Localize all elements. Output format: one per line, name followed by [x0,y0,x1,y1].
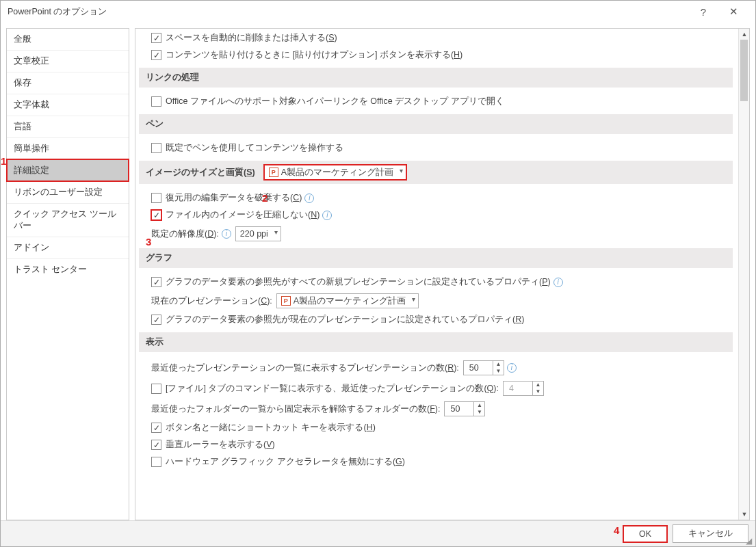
checkbox-file-tab-recent[interactable] [151,384,161,394]
section-pen: ペン [139,114,733,134]
scroll-up-icon[interactable]: ▲ [739,29,750,40]
dialog-footer: OK キャンセル [1,520,755,546]
checkbox-auto-space[interactable] [151,33,161,43]
resolution-dropdown[interactable]: 220 ppi [235,226,281,241]
scroll-down-icon[interactable]: ▼ [739,509,750,520]
pen-default-label: 既定でペンを使用してコンテンツを操作する [166,142,343,154]
current-presentation-dropdown[interactable]: A製品のマーケティング計画 [276,293,419,308]
default-resolution-label: 既定の解像度(D): [151,228,219,240]
info-icon[interactable] [304,194,314,203]
content-panel: スペースを自動的に削除または挿入する(S) コンテンツを貼り付けるときに [貼り… [135,28,750,520]
sidebar-item-language[interactable]: 言語 [7,116,129,137]
recent-folders-label: 最近使ったフォルダーの一覧から固定表示を解除するフォルダーの数(F): [151,403,440,415]
info-icon[interactable] [322,211,332,220]
image-target-dropdown[interactable]: A製品のマーケティング計画 [264,165,406,180]
sidebar-item-advanced[interactable]: 詳細設定 [7,159,129,181]
chart-prop-cur-label: グラフのデータ要素の参照先が現在のプレゼンテーションに設定されているプロパティ(… [166,314,524,325]
powerpoint-file-icon [269,168,278,177]
section-chart: グラフ [139,248,733,268]
no-compress-label: ファイル内のイメージを圧縮しない(N) [166,209,320,221]
checkbox-no-compress[interactable] [151,210,161,220]
window-title: PowerPoint のオプション [8,6,688,18]
sidebar-item-save[interactable]: 保存 [7,72,129,94]
checkbox-chart-prop-all[interactable] [151,277,161,287]
sidebar-item-typography[interactable]: 文字体裁 [7,94,129,116]
vertical-scrollbar[interactable]: ▲ ▼ [738,29,749,520]
checkbox-disable-hw[interactable] [151,457,161,467]
sidebar-item-addins[interactable]: アドイン [7,237,129,258]
checkbox-pen-default[interactable] [151,143,161,153]
sidebar-item-ease[interactable]: 簡単操作 [7,137,129,159]
open-desktop-label: Office ファイルへのサポート対象ハイパーリンクを Office デスクトッ… [166,96,504,107]
info-icon[interactable] [222,229,231,239]
checkbox-shortcut[interactable] [151,423,161,433]
sidebar-item-trust[interactable]: トラスト センター [7,258,129,280]
current-presentation-label: 現在のプレゼンテーション(C): [151,295,272,307]
section-image-title: イメージのサイズと画質(S) [146,167,255,178]
section-link: リンクの処理 [139,68,733,88]
file-tab-recent-label: [ファイル] タブのコマンド一覧に表示する、最近使ったプレゼンテーションの数(Q… [166,383,499,395]
discard-edit-label: 復元用の編集データを破棄する(C) [166,192,302,204]
category-sidebar: 全般 文章校正 保存 文字体裁 言語 簡単操作 詳細設定 リボンのユーザー設定 … [6,28,129,520]
ok-button[interactable]: OK [623,526,667,542]
section-image: イメージのサイズと画質(S) A製品のマーケティング計画 [139,161,733,184]
resize-grip-icon[interactable]: ◢ [746,537,754,545]
scroll-thumb[interactable] [740,40,748,101]
chart-prop-all-label: グラフのデータ要素の参照先がすべての新規プレゼンテーションに設定されているプロパ… [166,276,551,288]
sidebar-item-qat[interactable]: クイック アクセス ツール バー [7,203,129,237]
checkbox-chart-prop-cur[interactable] [151,315,161,325]
sidebar-item-proofing[interactable]: 文章校正 [7,50,129,72]
sidebar-item-general[interactable]: 全般 [7,29,129,50]
checkbox-vruler[interactable] [151,440,161,450]
checkbox-open-desktop[interactable] [151,96,161,107]
paste-options-label: コンテンツを貼り付けるときに [貼り付けオプション] ボタンを表示する(H) [166,49,462,61]
checkbox-paste-options[interactable] [151,50,161,60]
disable-hw-label: ハードウェア グラフィック アクセラレータを無効にする(G) [166,456,405,468]
shortcut-label: ボタン名と一緒にショートカット キーを表示する(H) [166,422,376,433]
cancel-button[interactable]: キャンセル [673,524,748,543]
sidebar-item-ribbon[interactable]: リボンのユーザー設定 [7,181,129,203]
recent-folders-spinner[interactable]: 50 ▲▼ [444,401,485,416]
section-display: 表示 [139,332,733,352]
recent-pres-spinner[interactable]: 50 ▲▼ [463,360,504,375]
vruler-label: 垂直ルーラーを表示する(V) [166,439,275,451]
help-button[interactable]: ? [688,6,718,18]
close-button[interactable]: ✕ [718,5,748,18]
info-icon[interactable] [507,363,517,373]
checkbox-discard-edit[interactable] [151,193,161,203]
options-dialog: PowerPoint のオプション ? ✕ 全般 文章校正 保存 文字体裁 言語… [0,0,756,547]
titlebar: PowerPoint のオプション ? ✕ [1,1,755,23]
recent-pres-label: 最近使ったプレゼンテーションの一覧に表示するプレゼンテーションの数(R): [151,362,459,374]
file-tab-recent-spinner[interactable]: 4 ▲▼ [503,381,544,396]
powerpoint-file-icon [281,296,291,306]
auto-space-label: スペースを自動的に削除または挿入する(S) [166,32,337,44]
info-icon[interactable] [553,278,563,287]
